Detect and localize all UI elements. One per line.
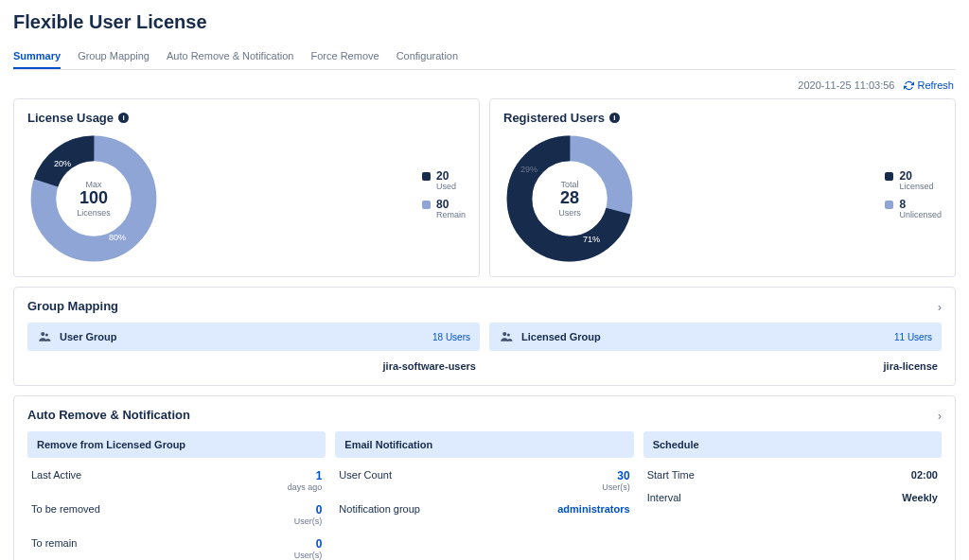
- kv-unit: User(s): [294, 551, 323, 560]
- user-group-card: User Group 18 Users jira-software-users: [27, 323, 480, 374]
- registered-users-title: Registered Users: [503, 111, 605, 125]
- donut-pct-a: 20%: [54, 159, 71, 168]
- license-usage-card: License Usage i Max 100 Licenses 20% 80%…: [13, 98, 480, 277]
- info-icon[interactable]: i: [118, 113, 129, 123]
- kv-unit: User(s): [294, 516, 323, 526]
- swatch-icon: [422, 201, 431, 209]
- kv-key: Last Active: [31, 469, 81, 481]
- schedule-col-title: Schedule: [643, 431, 942, 458]
- auto-remove-section: Auto Remove & Notification › Remove from…: [13, 395, 956, 560]
- kv-num: 0: [316, 537, 323, 551]
- group-mapping-title: Group Mapping: [27, 299, 942, 313]
- info-icon[interactable]: i: [609, 113, 620, 123]
- kv-num: 0: [316, 503, 323, 516]
- registered-users-donut: Total 28 Users 29% 71%: [503, 132, 636, 265]
- legend-label: Used: [436, 182, 456, 191]
- licensed-group-count: 11 Users: [894, 332, 932, 342]
- remove-column: Remove from Licensed Group Last Active1d…: [27, 431, 326, 560]
- legend-label: Unlicensed: [899, 210, 942, 219]
- legend-label: Remain: [436, 210, 466, 219]
- donut-label-bottom: Users: [558, 208, 581, 218]
- group-mapping-section: Group Mapping › User Group 18 Users jira…: [13, 287, 956, 386]
- remove-col-title: Remove from Licensed Group: [27, 431, 326, 458]
- licensed-group-card: Licensed Group 11 Users jira-license: [489, 323, 942, 374]
- schedule-column: Schedule Start Time02:00 IntervalWeekly: [643, 431, 942, 560]
- tab-group-mapping[interactable]: Group Mapping: [78, 44, 150, 69]
- kv-key: To remain: [31, 537, 77, 549]
- refresh-label: Refresh: [917, 79, 954, 91]
- donut-label-bottom: Licenses: [77, 208, 111, 218]
- registered-users-legend: 20Licensed 8Unlicensed: [885, 170, 942, 227]
- svg-point-6: [502, 332, 506, 336]
- chevron-right-icon[interactable]: ›: [938, 301, 942, 314]
- donut-pct-a: 29%: [520, 165, 537, 174]
- donut-value: 100: [79, 189, 108, 208]
- kv-key: Notification group: [339, 503, 420, 515]
- tab-configuration[interactable]: Configuration: [396, 44, 458, 69]
- kv-key: To be removed: [31, 503, 100, 515]
- license-usage-title: License Usage: [27, 111, 114, 125]
- registered-users-card: Registered Users i Total 28 Users 29% 71…: [489, 98, 956, 277]
- swatch-icon: [422, 172, 431, 181]
- legend-value: 8: [899, 199, 942, 210]
- svg-point-5: [45, 333, 48, 336]
- user-group-label: User Group: [60, 331, 117, 342]
- kv-key: Start Time: [647, 469, 695, 481]
- svg-point-7: [507, 333, 510, 336]
- tab-auto-remove[interactable]: Auto Remove & Notification: [167, 44, 294, 69]
- notification-group-link[interactable]: administrators: [557, 503, 629, 515]
- swatch-icon: [885, 201, 893, 209]
- license-usage-legend: 20Used 80Remain: [422, 170, 466, 227]
- users-icon: [37, 330, 52, 343]
- user-group-count: 18 Users: [432, 332, 470, 342]
- kv-plain: 02:00: [911, 469, 938, 481]
- licensed-group-label: Licensed Group: [521, 331, 601, 342]
- kv-key: Interval: [647, 492, 681, 503]
- email-col-title: Email Notification: [335, 431, 633, 458]
- kv-unit: User(s): [602, 482, 630, 492]
- kv-num: 30: [617, 469, 629, 482]
- tab-bar: Summary Group Mapping Auto Remove & Noti…: [13, 44, 956, 70]
- donut-pct-b: 71%: [583, 235, 600, 244]
- kv-plain: Weekly: [902, 492, 938, 503]
- tab-summary[interactable]: Summary: [13, 44, 61, 69]
- licensed-group-name: jira-license: [489, 351, 942, 374]
- kv-num: 1: [316, 469, 323, 482]
- users-icon: [499, 330, 514, 343]
- legend-value: 20: [899, 170, 933, 182]
- timestamp: 2020-11-25 11:03:56: [798, 79, 894, 91]
- donut-pct-b: 80%: [109, 233, 126, 242]
- user-group-name: jira-software-users: [27, 351, 480, 374]
- swatch-icon: [885, 172, 893, 181]
- refresh-icon: [904, 80, 914, 91]
- page-title: Flexible User License: [13, 11, 956, 33]
- tab-force-remove[interactable]: Force Remove: [310, 44, 379, 69]
- kv-unit: days ago: [288, 482, 323, 492]
- legend-value: 80: [436, 199, 466, 210]
- refresh-button[interactable]: Refresh: [904, 79, 954, 91]
- kv-key: User Count: [339, 469, 392, 481]
- email-column: Email Notification User Count30User(s) N…: [335, 431, 633, 560]
- license-usage-donut: Max 100 Licenses 20% 80%: [27, 132, 160, 265]
- legend-value: 20: [436, 170, 456, 182]
- auto-remove-title: Auto Remove & Notification: [27, 408, 942, 422]
- svg-point-4: [41, 332, 44, 336]
- donut-value: 28: [560, 189, 579, 208]
- chevron-right-icon[interactable]: ›: [938, 410, 942, 423]
- legend-label: Licensed: [899, 182, 933, 191]
